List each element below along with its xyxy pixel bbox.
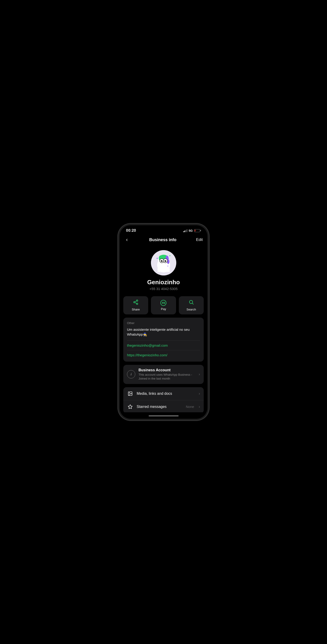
phone-frame: 00:20 5G ‹ Business info Edit (118, 224, 209, 420)
business-info: Business Account This account uses Whats… (139, 368, 195, 381)
home-indicator (149, 415, 179, 416)
media-menu-card: Media, links and docs › Starred messages… (123, 387, 204, 412)
svg-line-22 (135, 301, 137, 302)
edit-button[interactable]: Edit (196, 238, 203, 242)
share-icon (133, 300, 139, 306)
svg-line-21 (135, 303, 137, 304)
svg-text:✦: ✦ (169, 254, 171, 257)
chevron-right-icon: › (199, 372, 200, 376)
svg-text:✦: ✦ (167, 265, 169, 267)
svg-point-12 (162, 260, 162, 261)
starred-label: Starred messages (137, 405, 182, 409)
business-title: Business Account (139, 368, 195, 372)
action-buttons: Share R$ Pay Search (120, 296, 207, 314)
business-info-icon: i (127, 370, 135, 378)
business-account-card[interactable]: i Business Account This account uses Wha… (123, 365, 204, 384)
share-label: Share (132, 308, 140, 311)
profile-section: ✦ ✦ ✦ Geniozinho +55 31 4042-5305 (120, 246, 207, 296)
divider-1 (127, 340, 200, 341)
avatar: ✦ ✦ ✦ (151, 250, 176, 276)
search-button[interactable]: Search (179, 296, 204, 314)
svg-marker-27 (128, 405, 132, 408)
media-label: Media, links and docs (137, 392, 195, 396)
pay-label: Pay (161, 307, 166, 311)
svg-point-13 (165, 260, 166, 261)
pay-icon: R$ (160, 300, 166, 306)
status-right: 5G (183, 229, 201, 232)
dynamic-island (150, 228, 177, 236)
svg-line-24 (192, 303, 193, 304)
media-chevron-icon: › (199, 391, 200, 396)
back-button[interactable]: ‹ (124, 236, 130, 244)
search-icon (188, 300, 194, 306)
svg-point-14 (163, 262, 164, 263)
star-icon (127, 404, 133, 410)
scroll-content[interactable]: ✦ ✦ ✦ Geniozinho +55 31 4042-5305 (120, 246, 207, 412)
info-description: Um assistente inteligente artificial no … (127, 327, 200, 337)
status-time: 00:20 (126, 228, 136, 233)
media-links-item[interactable]: Media, links and docs › (123, 387, 204, 400)
starred-value: None (186, 405, 194, 408)
share-button[interactable]: Share (123, 296, 148, 314)
media-icon (127, 390, 133, 397)
business-subtitle: This account uses WhatsApp Business - Jo… (139, 373, 195, 381)
website-link[interactable]: https://thegeniozinho.com/ (127, 353, 200, 357)
starred-messages-item[interactable]: Starred messages None › (123, 400, 204, 412)
page-title: Business info (149, 238, 177, 242)
starred-chevron-icon: › (199, 404, 200, 409)
nav-bar: ‹ Business info Edit (120, 234, 207, 246)
search-label: Search (186, 308, 196, 311)
network-label: 5G (189, 229, 193, 232)
battery-icon (194, 229, 201, 232)
profile-phone: +55 31 4042-5305 (149, 287, 177, 291)
divider-2 (127, 350, 200, 350)
svg-text:✦: ✦ (156, 257, 158, 260)
email-link[interactable]: thegeniozinho@gmail.com (127, 344, 200, 347)
pay-button[interactable]: R$ Pay (151, 296, 176, 314)
info-card: Other Um assistente inteligente artifici… (123, 318, 204, 362)
info-section-label: Other (127, 321, 200, 325)
phone-screen: 00:20 5G ‹ Business info Edit (120, 225, 207, 419)
profile-name: Geniozinho (147, 279, 180, 286)
signal-icon (183, 229, 187, 232)
svg-point-26 (129, 392, 130, 393)
svg-point-23 (189, 300, 193, 304)
